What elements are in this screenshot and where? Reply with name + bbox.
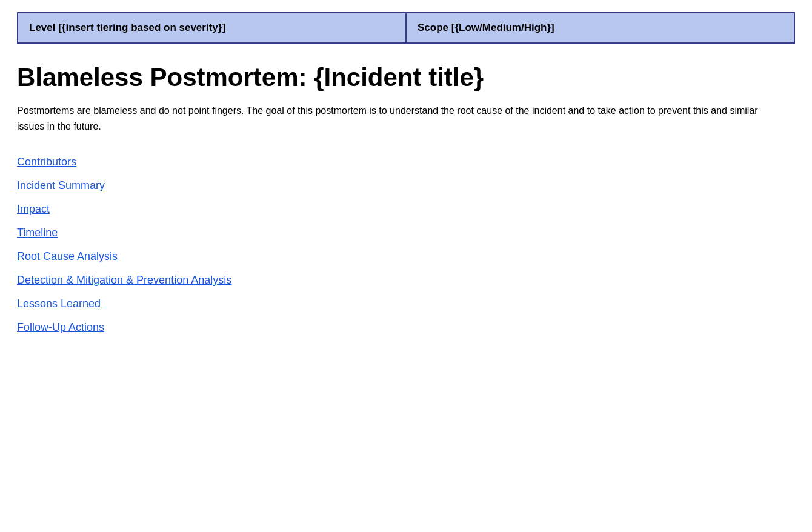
toc-link-lessons-learned[interactable]: Lessons Learned <box>17 298 795 310</box>
intro-text: Postmortems are blameless and do not poi… <box>17 103 774 134</box>
toc-link-impact[interactable]: Impact <box>17 203 795 216</box>
header-table: Level [{insert tiering based on severity… <box>17 12 795 44</box>
page-title: Blameless Postmortem: {Incident title} <box>17 63 795 92</box>
table-of-contents: Contributors Incident Summary Impact Tim… <box>17 156 795 334</box>
toc-link-follow-up-actions[interactable]: Follow-Up Actions <box>17 321 795 334</box>
toc-link-incident-summary[interactable]: Incident Summary <box>17 179 795 192</box>
toc-link-detection-mitigation[interactable]: Detection & Mitigation & Prevention Anal… <box>17 274 795 287</box>
toc-link-timeline[interactable]: Timeline <box>17 227 795 239</box>
level-cell: Level [{insert tiering based on severity… <box>18 13 406 43</box>
toc-link-root-cause-analysis[interactable]: Root Cause Analysis <box>17 250 795 263</box>
toc-link-contributors[interactable]: Contributors <box>17 156 795 168</box>
scope-cell: Scope [{Low/Medium/High}] <box>406 13 794 43</box>
